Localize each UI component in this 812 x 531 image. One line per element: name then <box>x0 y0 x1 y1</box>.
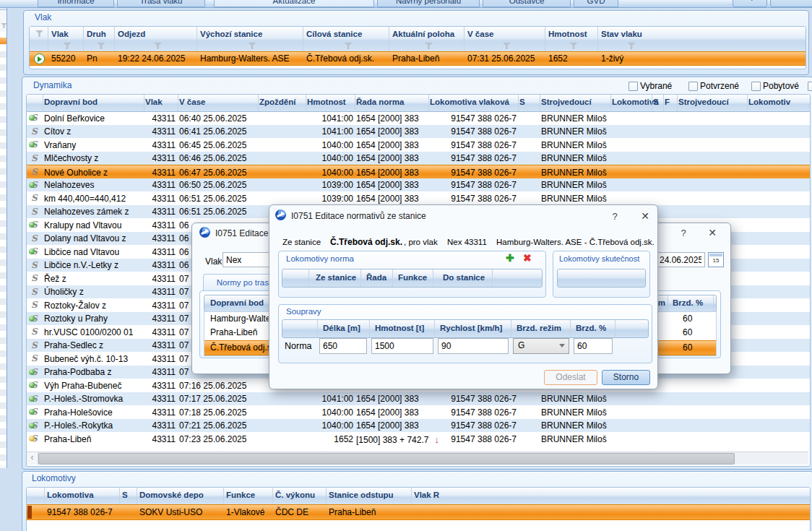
column-delka[interactable]: Délka [m] <box>323 324 360 332</box>
help-icon[interactable]: ? <box>675 228 692 241</box>
column-dopravni-bod[interactable]: Dopravní bod <box>210 298 264 307</box>
table-row[interactable]: SMlčechvosty z4331106:46 25.06.20251040:… <box>27 152 810 165</box>
tab-4[interactable]: Návrhy personálu <box>377 0 480 7</box>
dynamika-column-header[interactable]: Hmotnost <box>307 98 346 106</box>
tab-3[interactable]: Aktualizace <box>214 0 374 7</box>
filter-funnel-icon[interactable] <box>345 41 353 51</box>
checkbox-clipped[interactable] <box>808 82 812 91</box>
filter-funnel-icon[interactable] <box>249 41 256 51</box>
delka-input[interactable] <box>319 338 367 354</box>
dynamika-column-header[interactable]: Lokomotiv <box>748 98 790 106</box>
brzd-rezim-select[interactable]: G <box>513 338 569 354</box>
hmotnost-input[interactable] <box>371 338 433 354</box>
scrollbar-thumb[interactable] <box>38 453 735 465</box>
column-do-stanice[interactable]: Do stanice <box>443 273 485 282</box>
column-rychlost[interactable]: Rychlost [km/h] <box>440 324 502 332</box>
table-row[interactable]: SPraha-Libeň4331107:23 25.06.20251652[15… <box>27 432 810 446</box>
odeslat-button[interactable]: Odeslat <box>544 370 597 385</box>
table-row[interactable]: SP.-Holeš.-Stromovka4331107:17 25.06.202… <box>27 392 810 406</box>
column-rada[interactable]: Řada <box>366 273 386 282</box>
checkbox-Potvrzené[interactable] <box>688 82 698 91</box>
close-icon[interactable]: ✕ <box>704 227 721 240</box>
brzd-pct-input[interactable] <box>574 338 613 354</box>
dynamika-column-header[interactable]: S <box>519 98 525 106</box>
storno-button[interactable]: Storno <box>602 370 650 385</box>
vlak-column-header[interactable]: V čase <box>467 30 493 38</box>
filter-funnel-icon[interactable] <box>154 41 162 51</box>
tab-5[interactable]: Odstavce <box>483 0 571 7</box>
filter-funnel-icon[interactable] <box>35 30 43 37</box>
dynamika-column-header[interactable]: Řada norma <box>356 98 404 106</box>
station-status-icon: S <box>31 380 41 390</box>
ze-stanice-value: Č.Třebová odj.sk. <box>330 237 402 247</box>
filter-funnel-icon[interactable] <box>98 41 105 51</box>
lokomotivy-column-header[interactable]: Č. výkonu <box>275 491 315 499</box>
lokomotivy-column-header[interactable]: Stanice odstupu <box>329 491 393 499</box>
table-row[interactable]: SCítov z4331106:41 25.06.20251041:001654… <box>27 125 810 139</box>
checkbox-Vybrané[interactable] <box>629 82 638 91</box>
table-row[interactable]: Skm 440,400=440,4124331106:51 25.06.2025… <box>27 191 810 205</box>
table-row[interactable]: SVraňany4331106:45 25.06.20251040:001654… <box>27 138 810 152</box>
column-brzd-rezim[interactable]: Brzd. režim <box>517 324 561 332</box>
checkbox-Pobytové[interactable] <box>751 82 761 91</box>
vlak-column-header[interactable]: Druh <box>87 30 106 38</box>
cell-cas: 07:17 25.06.2025 <box>179 394 257 404</box>
vlak-column-header[interactable]: Hmotnost <box>548 30 587 38</box>
remove-icon[interactable]: ✖ <box>523 252 532 264</box>
lokomotivy-selected-row[interactable]: 91547 388 026-7SOKV Usti-USO1-VlakovéČDC… <box>27 504 810 520</box>
dynamika-column-header[interactable]: Strojvedoucí <box>678 98 729 106</box>
vlak-selected-row[interactable]: 55220Pn19:22 24.06.2025Hamburg-Walters. … <box>30 51 805 66</box>
column-hmotnost[interactable]: Hmotnost [t] <box>375 324 424 332</box>
vlak-column-header[interactable]: Stav vlaku <box>601 30 642 38</box>
column-separator <box>615 320 616 337</box>
cell-vlak: 43311 <box>145 207 176 217</box>
tab-2[interactable]: Trasa vlaku <box>117 0 205 7</box>
lokomotivy-column-header[interactable]: Domovské depo <box>139 491 204 499</box>
close-icon[interactable]: ✕ <box>636 210 654 223</box>
vlak-column-header[interactable]: Výchozí stanice <box>200 30 262 38</box>
table-row[interactable]: SP.-Holeš.-Rokytka4331107:21 25.06.20251… <box>27 419 810 433</box>
tab-label: Aktualizace <box>215 0 373 5</box>
horizontal-scrollbar[interactable]: ‹ <box>27 452 808 465</box>
lokomotivy-column-header[interactable]: Lokomotiva <box>47 491 94 499</box>
table-row[interactable]: SNelahozeves4331106:50 25.06.20251039:00… <box>27 178 810 192</box>
filter-funnel-icon[interactable] <box>64 41 72 51</box>
lokomotivy-column-header[interactable]: S <box>122 491 128 499</box>
scroll-left-icon[interactable]: ‹ <box>27 452 38 465</box>
cell-rada: 1654 [2000] 383 <box>356 180 419 190</box>
table-row[interactable]: SDolní Beřkovice4331106:40 25.06.2025104… <box>27 111 810 125</box>
dynamika-column-header[interactable]: Vlak <box>145 98 163 106</box>
tab-1[interactable]: Informace <box>38 0 114 7</box>
rychlost-input[interactable] <box>438 338 509 354</box>
calendar-icon[interactable]: 15 <box>708 252 724 267</box>
dynamika-column-header[interactable]: S <box>653 98 659 106</box>
topbar-button-1[interactable]: Mapa <box>733 0 767 7</box>
cell-brzd-pct: 60 <box>683 314 692 324</box>
topbar-button-2[interactable]: Informace <box>770 0 812 7</box>
add-icon[interactable]: ✚ <box>506 252 514 264</box>
dynamika-column-header[interactable]: Strojvedoucí <box>541 98 592 106</box>
tab-6[interactable]: GVD <box>574 0 618 7</box>
filter-funnel-icon[interactable] <box>503 41 511 51</box>
dynamika-column-header[interactable]: F <box>665 98 670 106</box>
dynamika-column-header[interactable]: Zpoždění <box>259 98 295 106</box>
column-brzd-pct[interactable]: Brzd. % <box>673 298 703 307</box>
vlak-column-header[interactable]: Vlak <box>51 30 69 38</box>
vlak-column-header[interactable]: Odjezd <box>118 30 145 38</box>
table-row[interactable]: SPraha-Holešovice4331107:18 25.06.202510… <box>27 405 810 419</box>
filter-funnel-icon[interactable] <box>628 41 636 51</box>
lokomotivy-column-header[interactable]: Vlak R <box>414 491 439 499</box>
help-icon[interactable]: ? <box>606 211 623 224</box>
vlak-column-header[interactable]: Cílová stanice <box>306 30 362 38</box>
dynamika-column-header[interactable]: Dopravní bod <box>44 98 98 106</box>
filter-funnel-icon[interactable] <box>570 41 578 51</box>
column-ze-stanice[interactable]: Ze stanice <box>316 273 356 282</box>
lokomotivy-column-header[interactable]: Funkce <box>226 491 255 499</box>
dynamika-column-header[interactable]: Lokomotiva vlaková <box>430 98 509 106</box>
filter-funnel-icon[interactable] <box>425 41 433 51</box>
table-row[interactable]: SNové Ouholice z4331106:47 25.06.2025104… <box>27 165 810 180</box>
dynamika-column-header[interactable]: V čase <box>179 98 205 106</box>
column-funkce[interactable]: Funkce <box>398 273 427 282</box>
column-brzd-pct[interactable]: Brzd. % <box>576 324 606 332</box>
vlak-column-header[interactable]: Aktuální poloha <box>392 30 454 38</box>
